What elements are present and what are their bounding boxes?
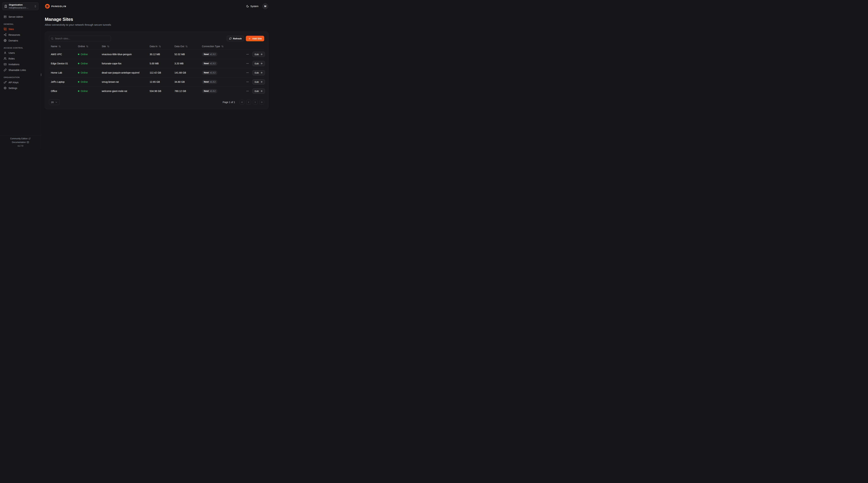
sidebar-item-roles[interactable]: Roles [2,56,38,61]
previous-page-button[interactable] [246,100,251,105]
cell-site: welcome-giant-mole-rat [102,90,150,93]
cell-data-out: 3.20 MB [175,62,202,65]
community-edition-link[interactable]: Community Edition [10,137,31,140]
chevrons-up-down-icon [34,5,37,8]
column-header-online[interactable]: Online [78,45,102,48]
edit-button[interactable]: Edit [252,61,265,66]
sites-card: Refresh Add Site Name Online [45,32,268,109]
sort-icon [159,45,161,47]
sidebar-item-label: Users [8,52,15,54]
cell-site: fortunate-cape-fox [102,62,150,65]
documentation-link[interactable]: Documentation [12,141,29,143]
row-menu-button[interactable] [245,52,250,56]
add-site-button[interactable]: Add Site [246,36,264,41]
sidebar-item-label: Resources [8,33,20,36]
column-header-data-out[interactable]: Data Out [175,45,202,48]
refresh-icon [229,37,231,40]
sort-icon [59,45,61,47]
table-row: AWS VPC Online vivacious-little-blue-pen… [49,50,264,59]
sidebar-item-api-keys[interactable]: API Keys [2,79,38,85]
arrow-right-icon [260,90,262,92]
cell-connection-type: Newtv1.3.2 [202,80,245,84]
sidebar-scrollbar-thumb[interactable] [41,73,41,76]
theme-label: System [250,5,258,8]
cell-data-out: 34.80 GB [175,80,202,83]
row-menu-button[interactable] [245,80,250,84]
brand[interactable]: PANGOLIN [45,4,66,9]
online-dot-icon [78,54,79,55]
column-header-data-in[interactable]: Data In [150,45,175,48]
moon-icon [246,5,249,8]
user-avatar[interactable]: M [262,3,268,9]
row-menu-button[interactable] [245,71,250,75]
avatar-initial: M [264,5,266,8]
sites-table: Name Online Site Data In Data Out [49,43,264,96]
sidebar-item-label: Domains [8,39,18,42]
organization-selector[interactable]: Organization milo@fossorial.io's ... [2,2,38,10]
building-icon [4,5,7,8]
connection-badge: Newtv1.3.2 [202,89,217,93]
refresh-button[interactable]: Refresh [227,36,244,41]
sidebar-item-label: API Keys [8,81,19,84]
sidebar-item-label: Shareable Links [8,69,26,71]
sidebar-item-settings[interactable]: Settings [2,85,38,91]
sidebar-item-shareable-links[interactable]: Shareable Links [2,67,38,73]
sidebar-item-resources[interactable]: Resources [2,32,38,38]
arrow-right-icon [260,71,262,74]
table-header-row: Name Online Site Data In Data Out [49,43,264,50]
cell-connection-type: Newtv1.3.2 [202,52,245,56]
last-page-button[interactable] [259,100,264,105]
connection-badge: Newtv1.3.2 [202,61,217,66]
section-label-general: General [2,23,38,25]
cell-data-out: 52.02 MB [175,53,202,56]
column-header-name[interactable]: Name [51,45,78,48]
sidebar-item-users[interactable]: Users [2,50,38,56]
edit-button[interactable]: Edit [252,89,265,94]
edit-button[interactable]: Edit [252,52,265,57]
online-dot-icon [78,81,79,83]
edit-button[interactable]: Edit [252,79,265,85]
sidebar-item-server-admin[interactable]: Server Admin [2,14,38,20]
online-dot-icon [78,72,79,73]
search-input[interactable] [55,37,109,40]
theme-toggle[interactable]: System [246,5,258,8]
row-menu-button[interactable] [245,89,250,93]
sidebar-item-sites[interactable]: Sites [2,26,38,32]
link-icon [4,68,7,71]
page-size-select[interactable]: 20 [49,99,60,105]
cell-connection-type: Newtv1.3.2 [202,71,245,75]
globe-icon [4,39,7,42]
sidebar-item-label: Invitations [8,63,20,66]
arrow-right-icon [260,53,262,56]
sidebar-item-domains[interactable]: Domains [2,38,38,43]
next-page-button[interactable] [253,100,258,105]
column-header-connection-type[interactable]: Connection Type [202,45,245,48]
section-label-access-control: Access Control [2,47,38,49]
connection-badge: Newtv1.3.2 [202,52,217,56]
arrow-right-icon [260,81,262,83]
section-label-organization: Organization [2,76,38,78]
pangolin-logo-icon [45,4,50,9]
sort-icon [221,45,224,47]
edit-button[interactable]: Edit [252,70,265,75]
column-header-site[interactable]: Site [102,45,150,48]
online-dot-icon [78,63,79,64]
refresh-label: Refresh [233,37,242,40]
organization-value: milo@fossorial.io's ... [9,7,28,9]
sidebar-item-invitations[interactable]: Invitations [2,61,38,67]
server-icon [4,15,7,18]
ticket-check-icon [4,63,7,66]
main-content: PANGOLIN System M Manage Sites Allow con… [41,0,272,149]
sidebar-item-label: Server Admin [8,15,23,18]
table-row: Jeff's Laptop Online smug-brown-rat 12.6… [49,77,264,87]
topbar: PANGOLIN System M [41,0,272,12]
row-menu-button[interactable] [245,61,250,66]
pagination: 20 Page 1 of 1 [49,99,264,105]
cell-site: dead-san-joaquin-antelope-squirrel [102,71,150,74]
cell-data-out: 141.68 GB [175,71,202,74]
cell-online: Online [78,53,102,56]
page-size-value: 20 [51,101,54,104]
arrow-right-icon [260,62,262,65]
sidebar-nav: Server Admin General Sites Resources Dom… [0,12,41,91]
first-page-button[interactable] [240,100,244,105]
